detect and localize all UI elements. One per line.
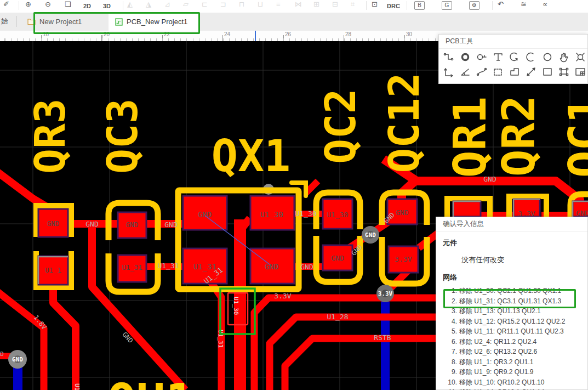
tab-project-label: New Project1 (39, 18, 82, 26)
net-label-gnd[interactable]: GND (164, 221, 178, 229)
tab-pcb[interactable]: PCB_New Project1 (109, 13, 200, 31)
group-tool-icon[interactable] (557, 65, 570, 78)
grid-setting-button[interactable]: G (442, 1, 452, 10)
ruler-cursor-marker (255, 31, 256, 41)
gear-icon[interactable]: ⚙ (469, 1, 479, 10)
ruler-tick: 24 (224, 31, 230, 37)
silk-label-qu1[interactable]: QU1 (107, 373, 195, 390)
silk-label-qx1[interactable]: QX1 (212, 131, 291, 182)
confirm-import-panel: 确认导入信息 元件 没有任何改变 网络 1.移除 U1_30: QC2.1 QU… (436, 217, 588, 390)
rotate-right-icon[interactable]: ◮ (146, 0, 151, 10)
silk-label-qr1[interactable]: QR1 (444, 97, 496, 178)
silk-label-qr2[interactable]: QR2 (493, 95, 545, 177)
undo-icon[interactable]: ↶ (498, 0, 504, 10)
arc-tool-icon[interactable] (508, 50, 521, 64)
rotate-left-icon[interactable]: ◭ (127, 0, 133, 10)
net-label-gnd[interactable]: GND (300, 263, 313, 271)
tab-start[interactable]: 始 (1, 16, 8, 26)
net-label-gnd[interactable]: GND (483, 175, 496, 183)
zoom-out-icon[interactable]: ⊖ (45, 0, 51, 10)
net-change-row[interactable]: 4.移除 U1_12: QR15.2 QU1.12 QU2.2 (443, 316, 587, 327)
silk-label-qr3[interactable]: QR3 (26, 98, 75, 173)
align-center-v-icon[interactable]: ⋈ (295, 0, 302, 10)
net-change-row[interactable]: 2.移除 U1_31: QC3.1 QU1.31 QX1.3 (443, 296, 587, 307)
align-center-h-icon[interactable]: ≡ (276, 0, 281, 10)
drc-button[interactable]: DRC (387, 1, 400, 12)
pad-label: GND (396, 208, 409, 217)
ruler-tick: 18 (43, 31, 49, 37)
toolbar-separator (366, 1, 367, 10)
pad-label: 3.3V (395, 255, 412, 263)
pad-label: GND (126, 221, 139, 229)
rect-tool-icon[interactable] (541, 65, 554, 78)
pcb-file-icon (115, 18, 123, 26)
u1-30-silk-text: U1_30 (232, 297, 239, 315)
export-icon[interactable]: ⊡ (372, 0, 378, 10)
net-topology-icon[interactable]: ∝ (543, 0, 547, 10)
net-change-row[interactable]: 6.移除 U2_4: QR11.2 QU2.4 (443, 337, 587, 347)
pcb-tools-row2 (439, 64, 587, 78)
net-change-row[interactable]: 1.移除 U1_30: QC2.1 QU1.30 QX1.1 (443, 286, 587, 296)
net-label-u1-28[interactable]: U1_28 (327, 313, 348, 321)
zoom-in-icon[interactable]: ⊕ (25, 0, 31, 10)
silk-label-qc12[interactable]: QC12 (380, 72, 429, 173)
net-label-rstb[interactable]: RSTB (374, 334, 391, 342)
distribute-h-icon[interactable]: ⊞ (313, 0, 319, 10)
ruler-tick: 26 (285, 31, 291, 37)
solid-region-tool-icon[interactable] (508, 65, 521, 78)
net-change-row[interactable]: 8.移除 U1_1: QR3.2 QU1.1 (443, 357, 587, 368)
net-label-gnd-clipped[interactable]: GND (0, 351, 4, 358)
donut-tool-icon[interactable] (459, 50, 472, 64)
tab-pcb-label: PCB_New Project1 (127, 18, 187, 26)
net-changes-list: 1.移除 U1_30: QC2.1 QU1.30 QX1.1 2.移除 U1_3… (443, 286, 587, 390)
panelize-tool-icon[interactable] (574, 65, 587, 78)
silk-label-qc1[interactable]: QC1 (559, 97, 588, 178)
net-label-u1-30[interactable]: U1_30 (295, 210, 316, 218)
silk-label-qc2[interactable]: QC2 (316, 88, 365, 163)
wipe-tool-icon[interactable]: ✐ (3, 0, 9, 10)
align-left-icon[interactable]: ⊏ (202, 0, 208, 10)
dimension-tool-icon[interactable] (442, 65, 455, 78)
angle-tool-icon[interactable] (459, 65, 472, 78)
view-2d-button[interactable]: 2D (83, 1, 91, 12)
align-top-icon[interactable]: ⊓ (239, 0, 244, 10)
net-change-row[interactable]: 9.移除 U1_9: QR9.2 QU1.9 (443, 367, 587, 377)
document-tabbar: 始 New Project1 PCB_New Project1 (0, 13, 588, 31)
align-bottom-icon[interactable]: ⊔ (258, 0, 263, 10)
zoom-fit-icon[interactable]: ❏ (65, 0, 71, 10)
net-change-row[interactable]: 10.移除 U1_10: QR10.2 QU1.10 (443, 377, 587, 388)
net-label-3v3[interactable]: 3.3V (274, 292, 291, 300)
align-right-icon[interactable]: ⊐ (220, 0, 226, 10)
tab-project[interactable]: New Project1 (21, 13, 109, 31)
ruler-tick: 20 (104, 31, 110, 37)
layers-icon[interactable]: ≋ (521, 0, 527, 10)
toolbar-separator (19, 1, 19, 10)
circle-tool-icon[interactable] (541, 50, 554, 64)
pad-label: GND (265, 262, 278, 271)
view-3d-button[interactable]: 3D (103, 1, 111, 12)
silk-label-qc3[interactable]: QC3 (98, 98, 147, 173)
grid-arrange-icon[interactable]: ⌗ (351, 0, 355, 10)
components-section-label: 元件 (443, 238, 587, 248)
net-change-row[interactable]: 5.移除 U1_11: QR11.1 QU1.11 QU2.3 (443, 326, 587, 337)
text-tool-icon[interactable] (492, 50, 505, 64)
net-label-u1-31[interactable]: U1_31 (157, 262, 179, 270)
arc-any-tool-icon[interactable] (524, 50, 538, 64)
toolbar-separator (492, 1, 493, 10)
net-change-row[interactable]: 3.移除 U1_13: QU1.13 QU2.1 (443, 306, 587, 316)
net-change-row[interactable]: 7.移除 U2_6: QR13.2 QU2.6 (443, 347, 587, 357)
select-region-tool-icon[interactable] (492, 65, 505, 78)
track-tool-icon[interactable] (442, 50, 455, 64)
spline-tool-icon[interactable] (475, 65, 488, 78)
measure-tool-icon[interactable] (524, 65, 538, 78)
net-change-row[interactable]: 11.移除 U1_14: QR12.1 QU1.14 (443, 387, 587, 390)
board-outline-button[interactable]: B (414, 1, 425, 10)
distribute-v-icon[interactable]: ⊟ (332, 0, 338, 10)
flip-horizontal-icon[interactable]: ⊿ (164, 0, 170, 10)
drag-hand-tool-icon[interactable] (557, 50, 570, 64)
pin-tool-icon[interactable] (475, 50, 488, 64)
net-label-u1-1-vertical[interactable]: U1_1 (73, 383, 81, 390)
flip-vertical-icon[interactable]: ▱ (183, 0, 189, 10)
pad-tool-icon[interactable] (574, 50, 587, 64)
net-label-gnd[interactable]: GND (85, 220, 99, 228)
